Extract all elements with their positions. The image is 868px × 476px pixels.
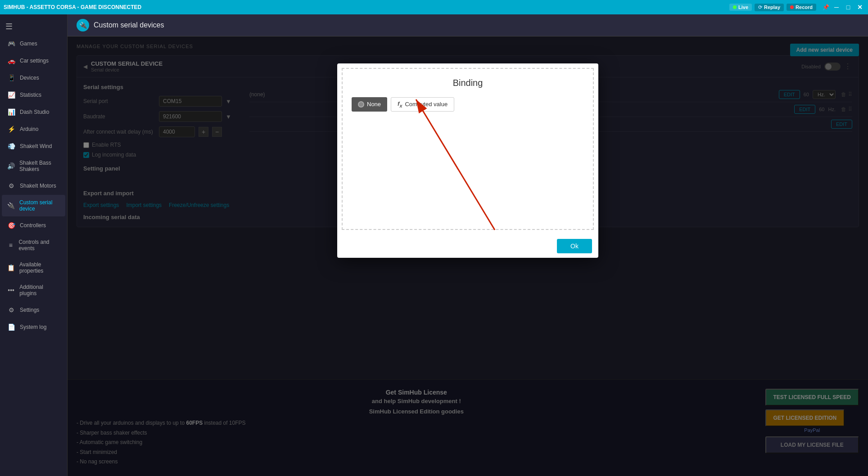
sidebar-label-dash-studio: Dash Studio [20, 109, 49, 115]
modal-footer: Ok [337, 234, 598, 258]
main-header: 🔌 Custom serial devices [68, 14, 868, 36]
main-content: 🔌 Custom serial devices MANAGE YOUR CUST… [68, 14, 868, 476]
sidebar-label-system-log: System log [20, 324, 46, 330]
maximize-button[interactable]: □ [844, 3, 853, 12]
main-header-title: Custom serial devices [94, 21, 164, 29]
record-label: Record [796, 4, 813, 10]
modal-title: Binding [352, 78, 584, 88]
replay-button[interactable]: ⟳ Replay [755, 4, 784, 11]
shakeit-bass-icon: 🔊 [7, 162, 15, 170]
app: ☰ 🎮 Games 🚗 Car settings 📱 Devices 📈 Sta… [0, 14, 868, 476]
none-button[interactable]: None [352, 97, 387, 112]
replay-label: Replay [764, 4, 780, 10]
sidebar-item-controls-events[interactable]: ≡ Controls and events [2, 234, 65, 256]
shakeit-wind-icon: 💨 [7, 143, 15, 150]
games-icon: 🎮 [7, 40, 15, 47]
sidebar-item-shakeit-bass[interactable]: 🔊 ShakeIt Bass Shakers [2, 155, 65, 177]
live-label: Live [738, 4, 748, 10]
statistics-icon: 📈 [7, 91, 15, 99]
titlebar-left: SIMHUB - ASSETTO CORSA - GAME DISCONNECT… [4, 4, 141, 10]
minimize-button[interactable]: ─ [832, 3, 841, 12]
available-props-icon: 📋 [7, 264, 15, 271]
sidebar-item-additional-plugins[interactable]: ••• Additional plugins [2, 279, 65, 301]
sidebar-item-arduino[interactable]: ⚡ Arduino [2, 121, 65, 137]
sidebar-item-dash-studio[interactable]: 📊 Dash Studio [2, 104, 65, 120]
sidebar: ☰ 🎮 Games 🚗 Car settings 📱 Devices 📈 Sta… [0, 14, 68, 476]
sidebar-item-shakeit-motors[interactable]: ⚙ ShakeIt Motors [2, 178, 65, 194]
devices-icon: 📱 [7, 74, 15, 81]
close-button[interactable]: ✕ [855, 3, 864, 12]
car-settings-icon: 🚗 [7, 57, 15, 64]
modal-inner: Binding None fx Computed value [342, 68, 594, 230]
fx-icon: fx [398, 100, 402, 108]
sidebar-item-custom-serial[interactable]: 🔌 Custom serial device [2, 195, 65, 216]
binding-modal: Binding None fx Computed value [337, 63, 598, 258]
shakeit-motors-icon: ⚙ [7, 182, 15, 189]
sidebar-item-car-settings[interactable]: 🚗 Car settings [2, 53, 65, 69]
controls-events-icon: ≡ [7, 242, 14, 249]
dash-studio-icon: 📊 [7, 108, 15, 116]
sidebar-label-custom-serial: Custom serial device [19, 199, 60, 212]
none-label: None [367, 101, 381, 108]
live-button[interactable]: Live [729, 4, 752, 11]
arduino-icon: ⚡ [7, 126, 15, 133]
sidebar-label-controls-events: Controls and events [18, 239, 60, 251]
sidebar-label-shakeit-bass: ShakeIt Bass Shakers [19, 160, 60, 172]
modal-binding-buttons: None fx Computed value [352, 97, 584, 112]
replay-icon: ⟳ [758, 4, 762, 10]
sidebar-item-statistics[interactable]: 📈 Statistics [2, 87, 65, 103]
sidebar-label-available-props: Available properties [19, 261, 60, 274]
titlebar-title: SIMHUB - ASSETTO CORSA - GAME DISCONNECT… [4, 4, 141, 10]
sidebar-label-devices: Devices [20, 75, 39, 81]
content-area: MANAGE YOUR CUSTOM SERIAL DEVICES Add ne… [68, 36, 868, 476]
sidebar-label-arduino: Arduino [20, 126, 38, 132]
settings-icon: ⚙ [7, 306, 15, 314]
ok-button[interactable]: Ok [557, 239, 592, 253]
computed-value-button[interactable]: fx Computed value [391, 97, 454, 112]
sidebar-item-system-log[interactable]: 📄 System log [2, 319, 65, 335]
record-button[interactable]: Record [787, 4, 816, 11]
additional-plugins-icon: ••• [7, 287, 15, 294]
sidebar-label-games: Games [20, 40, 37, 47]
sidebar-item-devices[interactable]: 📱 Devices [2, 70, 65, 86]
computed-value-label: Computed value [405, 101, 448, 108]
record-dot-icon [790, 5, 794, 9]
sidebar-item-available-props[interactable]: 📋 Available properties [2, 257, 65, 278]
sidebar-label-shakeit-wind: ShakeIt Wind [20, 143, 52, 149]
sidebar-toggle[interactable]: ☰ [0, 18, 67, 35]
svg-line-1 [416, 99, 495, 230]
modal-overlay[interactable]: Binding None fx Computed value [68, 36, 868, 476]
custom-serial-icon: 🔌 [7, 202, 15, 209]
titlebar-right: Live ⟳ Replay Record 📌 ─ □ ✕ [729, 3, 864, 12]
sidebar-label-controllers: Controllers [20, 222, 46, 229]
live-dot-icon [733, 5, 737, 9]
titlebar: SIMHUB - ASSETTO CORSA - GAME DISCONNECT… [0, 0, 868, 14]
pin-icon[interactable]: 📌 [823, 4, 829, 10]
sidebar-item-controllers[interactable]: 🎯 Controllers [2, 217, 65, 234]
sidebar-item-games[interactable]: 🎮 Games [2, 36, 65, 52]
sidebar-label-car-settings: Car settings [20, 58, 49, 64]
sidebar-item-settings[interactable]: ⚙ Settings [2, 302, 65, 318]
sidebar-label-settings: Settings [20, 307, 39, 313]
sidebar-item-shakeit-wind[interactable]: 💨 ShakeIt Wind [2, 138, 65, 154]
system-log-icon: 📄 [7, 323, 15, 331]
sidebar-label-shakeit-motors: ShakeIt Motors [20, 183, 56, 189]
controllers-icon: 🎯 [7, 222, 15, 229]
sidebar-label-additional-plugins: Additional plugins [19, 284, 60, 296]
sidebar-label-statistics: Statistics [20, 92, 41, 98]
none-circle-icon [358, 101, 364, 108]
main-header-icon: 🔌 [77, 19, 89, 31]
